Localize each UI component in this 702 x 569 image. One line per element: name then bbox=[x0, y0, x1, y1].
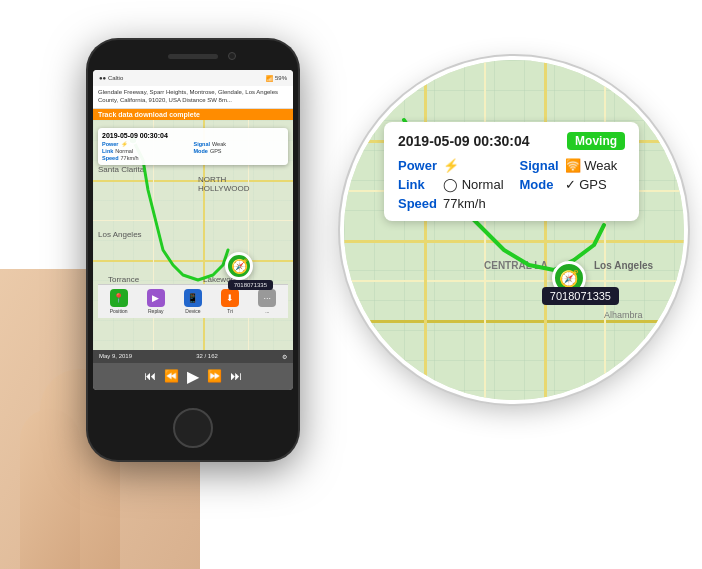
phone-device: ●● Caltio 📶 59% Glendale Freeway, Sparr … bbox=[88, 40, 298, 460]
more-tab-icon: ··· bbox=[258, 289, 276, 307]
mag-link-val: ◯ Normal bbox=[443, 177, 504, 192]
phone-camera bbox=[228, 52, 236, 60]
phone-popup-power-row: Power ⚡ bbox=[102, 141, 193, 147]
mag-route-line bbox=[344, 60, 684, 400]
phone-power-val: ⚡ bbox=[121, 141, 128, 147]
address-text: Glendale Freeway, Sparr Heights, Montros… bbox=[98, 89, 278, 103]
moving-status-badge: Moving bbox=[567, 132, 625, 150]
phone-popup-mode-row: Mode GPS bbox=[194, 148, 285, 154]
phone-popup-date: 2019-05-09 00:30:04 bbox=[102, 132, 284, 139]
wifi-icon: 📶 bbox=[266, 75, 273, 82]
mag-mode-row: Mode ✓ GPS bbox=[520, 177, 626, 192]
carrier-text: ●● Caltio bbox=[99, 75, 123, 81]
settings-icon[interactable]: ⚙ bbox=[282, 353, 287, 360]
phone-popup-link-row: Link Normal bbox=[102, 148, 193, 154]
mag-mode-label: Mode bbox=[520, 177, 560, 192]
mag-link-row: Link ◯ Normal bbox=[398, 177, 504, 192]
timeline-progress: 32 / 162 bbox=[196, 353, 218, 359]
mag-power-label: Power bbox=[398, 158, 438, 173]
tab-position-label: Position bbox=[110, 308, 128, 314]
tab-position[interactable]: 📍 Position bbox=[110, 289, 128, 314]
address-bar: Glendale Freeway, Sparr Heights, Montros… bbox=[93, 86, 293, 109]
phone-mode-label: Mode bbox=[194, 148, 208, 154]
phone-link-val: Normal bbox=[115, 148, 133, 154]
tab-replay-label: Replay bbox=[148, 308, 164, 314]
mag-power-val: ⚡ bbox=[443, 158, 459, 173]
mag-signal-val: 🛜 Weak bbox=[565, 158, 618, 173]
rewind-button[interactable]: ⏪ bbox=[164, 369, 179, 383]
phone-speed-label: Speed bbox=[102, 155, 119, 161]
play-button[interactable]: ▶ bbox=[187, 367, 199, 386]
phone-speaker bbox=[168, 54, 218, 59]
phone-popup-speed-row: Speed 77km/h bbox=[102, 155, 193, 161]
hand-thumb bbox=[20, 409, 80, 569]
mag-device-id: 7018071335 bbox=[542, 287, 619, 305]
mag-mode-val: ✓ GPS bbox=[565, 177, 607, 192]
phone-device-id: 7018071335 bbox=[228, 280, 273, 290]
phone-power-label: Power bbox=[102, 141, 119, 147]
phone-screen: ●● Caltio 📶 59% Glendale Freeway, Sparr … bbox=[93, 70, 293, 390]
phone-link-label: Link bbox=[102, 148, 113, 154]
timeline-date: May 9, 2019 bbox=[99, 353, 132, 359]
mag-popup-grid: Power ⚡ Signal 🛜 Weak Link ◯ Normal Mode… bbox=[398, 158, 625, 211]
forward-button[interactable]: ⏩ bbox=[207, 369, 222, 383]
skip-prev-button[interactable]: ⏮ bbox=[144, 369, 156, 383]
playback-controls: ⏮ ⏪ ▶ ⏩ ⏭ bbox=[93, 363, 293, 390]
mag-speed-label: Speed bbox=[398, 196, 438, 211]
phone-signal-label: Signal bbox=[194, 141, 211, 147]
tab-tri[interactable]: ⬇ Tri bbox=[221, 289, 239, 314]
phone-mode-val: GPS bbox=[210, 148, 222, 154]
vehicle-marker: 🧭 bbox=[225, 252, 253, 280]
timeline-bar: May 9, 2019 32 / 162 ⚙ bbox=[93, 350, 293, 363]
replay-tab-icon: ▶ bbox=[147, 289, 165, 307]
position-tab-icon: 📍 bbox=[110, 289, 128, 307]
download-text: Track data download complete bbox=[98, 111, 200, 118]
tab-replay[interactable]: ▶ Replay bbox=[147, 289, 165, 314]
mag-link-label: Link bbox=[398, 177, 438, 192]
vehicle-icon: 🧭 bbox=[225, 252, 253, 280]
phone-signal-val: Weak bbox=[212, 141, 226, 147]
phone-popup-grid: Power ⚡ Signal Weak Link Normal Mode GPS bbox=[102, 141, 284, 161]
phone-home-button[interactable] bbox=[173, 408, 213, 448]
mag-popup-date: 2019-05-09 00:30:04 bbox=[398, 133, 530, 149]
mag-signal-row: Signal 🛜 Weak bbox=[520, 158, 626, 173]
mag-speed-row: Speed 77km/h bbox=[398, 196, 504, 211]
device-tab-icon: 📱 bbox=[184, 289, 202, 307]
phone-popup-signal-row: Signal Weak bbox=[194, 141, 285, 147]
tab-device-label: Device bbox=[185, 308, 200, 314]
status-bar: ●● Caltio 📶 59% bbox=[93, 70, 293, 86]
magnified-view: NORTHHOLLYWOOD LOS FELIZ CENTRAL LA Los … bbox=[344, 60, 684, 400]
skip-next-button[interactable]: ⏭ bbox=[230, 369, 242, 383]
battery-text: 59% bbox=[275, 75, 287, 81]
phone-speed-val: 77km/h bbox=[121, 155, 139, 161]
tab-tri-label: Tri bbox=[227, 308, 233, 314]
mag-popup-header: 2019-05-09 00:30:04 Moving bbox=[398, 132, 625, 150]
status-right: 📶 59% bbox=[266, 75, 287, 82]
tab-more-label: ... bbox=[265, 308, 269, 314]
tab-more[interactable]: ··· ... bbox=[258, 289, 276, 314]
mag-speed-val: 77km/h bbox=[443, 196, 486, 211]
status-left: ●● Caltio bbox=[99, 75, 123, 81]
mag-signal-label: Signal bbox=[520, 158, 560, 173]
magnified-info-popup: 2019-05-09 00:30:04 Moving Power ⚡ Signa… bbox=[384, 122, 639, 221]
tri-tab-icon: ⬇ bbox=[221, 289, 239, 307]
download-banner: Track data download complete bbox=[93, 109, 293, 120]
mag-power-row: Power ⚡ bbox=[398, 158, 504, 173]
phone-info-popup: 2019-05-09 00:30:04 Power ⚡ Signal Weak … bbox=[98, 128, 288, 165]
tab-device[interactable]: 📱 Device bbox=[184, 289, 202, 314]
